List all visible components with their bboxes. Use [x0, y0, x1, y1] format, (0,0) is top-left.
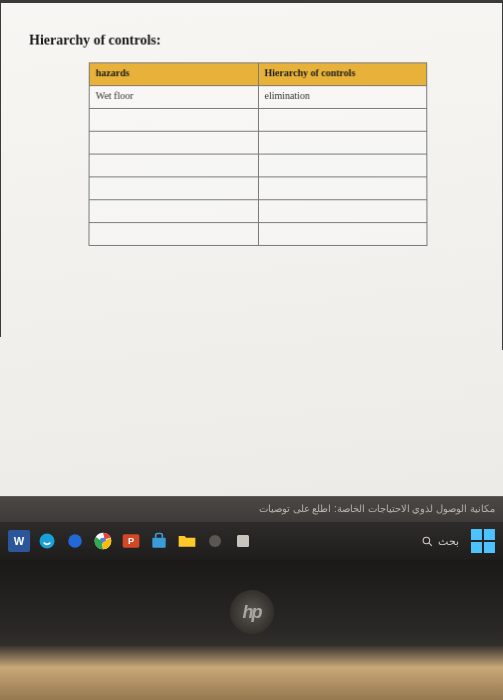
table-row[interactable]	[89, 108, 427, 131]
svg-point-7	[209, 535, 221, 547]
taskbar-word-icon[interactable]: W	[8, 530, 30, 552]
taskbar-search[interactable]: بحث	[415, 532, 465, 551]
laptop-hinge	[0, 646, 503, 700]
start-button[interactable]	[471, 529, 495, 553]
accessibility-text: مكانية الوصول لذوي الاحتياجات الخاصة: اط…	[259, 503, 495, 514]
table-row[interactable]	[89, 177, 427, 200]
accessibility-bar[interactable]: مكانية الوصول لذوي الاحتياجات الخاصة: اط…	[0, 496, 503, 522]
svg-line-10	[429, 543, 432, 546]
taskbar-powerpoint-icon[interactable]: P	[120, 530, 142, 552]
search-label: بحث	[438, 535, 459, 548]
svg-rect-8	[237, 535, 249, 547]
search-icon	[421, 535, 434, 548]
svg-point-9	[423, 537, 430, 543]
hazards-table: hazards Hierarchy of controls Wet floore…	[88, 62, 427, 246]
table-row[interactable]	[89, 200, 427, 223]
taskbar-copilot-icon[interactable]	[36, 530, 58, 552]
table-row[interactable]: Wet floorelimination	[89, 86, 427, 109]
hp-logo: hp	[230, 590, 274, 634]
col-header-hazards: hazards	[89, 63, 258, 86]
taskbar-explorer-icon[interactable]	[176, 530, 198, 552]
document-page: Hierarchy of controls: hazards Hierarchy…	[0, 3, 503, 496]
taskbar-chrome-icon[interactable]	[92, 530, 114, 552]
table-row[interactable]	[89, 223, 427, 246]
table-container: hazards Hierarchy of controls Wet floore…	[88, 62, 427, 246]
col-header-hierarchy: Hierarchy of controls	[258, 63, 427, 86]
svg-rect-6	[152, 538, 165, 548]
svg-point-0	[40, 534, 55, 549]
table-row[interactable]	[89, 154, 427, 177]
taskbar: W P	[0, 522, 503, 560]
table-row[interactable]	[89, 131, 427, 154]
svg-text:P: P	[128, 536, 134, 546]
page-title: Hierarchy of controls:	[29, 33, 474, 49]
taskbar-app-icon[interactable]	[64, 530, 86, 552]
taskbar-store-icon[interactable]	[148, 530, 170, 552]
taskbar-misc-icon[interactable]	[232, 530, 254, 552]
screen: Hierarchy of controls: hazards Hierarchy…	[0, 3, 503, 560]
taskbar-settings-icon[interactable]	[204, 530, 226, 552]
svg-point-1	[68, 534, 82, 547]
